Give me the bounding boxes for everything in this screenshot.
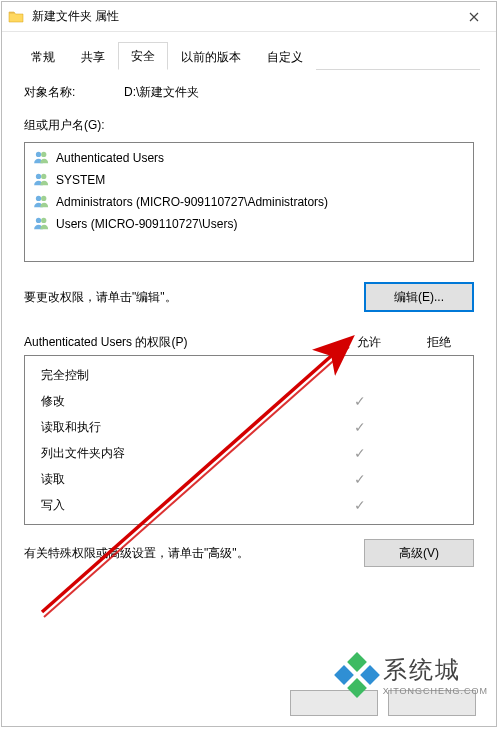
permission-name: 列出文件夹内容 <box>41 445 325 462</box>
svg-point-2 <box>36 174 41 179</box>
permission-row: 写入 <box>25 492 473 518</box>
svg-point-6 <box>36 218 41 223</box>
list-item-label: Administrators (MICRO-909110727\Administ… <box>56 195 328 209</box>
svg-point-1 <box>41 152 46 157</box>
svg-point-3 <box>41 174 46 179</box>
tab-customize[interactable]: 自定义 <box>254 43 316 70</box>
svg-point-4 <box>36 196 41 201</box>
permissions-list: 完全控制 修改 读取和执行 列出文件夹内容 <box>24 355 474 525</box>
permission-row: 列出文件夹内容 <box>25 440 473 466</box>
permission-allow <box>325 471 395 487</box>
permission-name: 读取和执行 <box>41 419 325 436</box>
security-tab-page: 对象名称: D:\新建文件夹 组或用户名(G): Authenticated U… <box>18 70 480 567</box>
users-icon <box>33 150 51 166</box>
object-name-label: 对象名称: <box>24 84 124 101</box>
permission-name: 读取 <box>41 471 325 488</box>
permission-allow <box>325 445 395 461</box>
permission-row: 修改 <box>25 388 473 414</box>
client-area: 常规 共享 安全 以前的版本 自定义 对象名称: D:\新建文件夹 组或用户名(… <box>2 32 496 575</box>
edit-row: 要更改权限，请单击"编辑"。 编辑(E)... <box>24 282 474 312</box>
permission-row: 读取 <box>25 466 473 492</box>
list-item[interactable]: Authenticated Users <box>33 147 465 169</box>
list-item[interactable]: Administrators (MICRO-909110727\Administ… <box>33 191 465 213</box>
svg-point-7 <box>41 218 46 223</box>
group-users-label: 组或用户名(G): <box>24 117 474 134</box>
permission-allow <box>325 393 395 409</box>
tab-general[interactable]: 常规 <box>18 43 68 70</box>
advanced-row: 有关特殊权限或高级设置，请单击"高级"。 高级(V) <box>24 539 474 567</box>
permission-name: 完全控制 <box>41 367 325 384</box>
permission-name: 修改 <box>41 393 325 410</box>
list-item-label: Authenticated Users <box>56 151 164 165</box>
window-title: 新建文件夹 属性 <box>32 8 119 25</box>
folder-icon <box>8 9 24 25</box>
group-users-list[interactable]: Authenticated Users SYSTEM Administrator… <box>24 142 474 262</box>
advanced-hint: 有关特殊权限或高级设置，请单击"高级"。 <box>24 545 249 562</box>
cancel-button[interactable] <box>388 690 476 716</box>
list-item-label: Users (MICRO-909110727\Users) <box>56 217 237 231</box>
users-icon <box>33 172 51 188</box>
edit-button[interactable]: 编辑(E)... <box>364 282 474 312</box>
list-item[interactable]: SYSTEM <box>33 169 465 191</box>
permission-name: 写入 <box>41 497 325 514</box>
advanced-button[interactable]: 高级(V) <box>364 539 474 567</box>
tab-security[interactable]: 安全 <box>118 42 168 70</box>
watermark-logo-icon <box>337 655 377 695</box>
properties-window: 新建文件夹 属性 常规 共享 安全 以前的版本 自定义 对象名称: D:\新建文… <box>1 1 497 727</box>
column-allow: 允许 <box>334 334 404 351</box>
permission-allow <box>325 497 395 513</box>
svg-point-0 <box>36 152 41 157</box>
list-item[interactable]: Users (MICRO-909110727\Users) <box>33 213 465 235</box>
permission-row: 完全控制 <box>25 362 473 388</box>
users-icon <box>33 194 51 210</box>
permissions-title: Authenticated Users 的权限(P) <box>24 334 334 351</box>
tab-strip: 常规 共享 安全 以前的版本 自定义 <box>18 42 480 70</box>
permissions-header: Authenticated Users 的权限(P) 允许 拒绝 <box>24 334 474 351</box>
edit-hint: 要更改权限，请单击"编辑"。 <box>24 289 177 306</box>
object-name-value: D:\新建文件夹 <box>124 84 199 101</box>
object-name-row: 对象名称: D:\新建文件夹 <box>24 84 474 101</box>
column-deny: 拒绝 <box>404 334 474 351</box>
close-button[interactable] <box>452 2 496 32</box>
svg-point-5 <box>41 196 46 201</box>
tab-previous-versions[interactable]: 以前的版本 <box>168 43 254 70</box>
permission-allow <box>325 419 395 435</box>
dialog-buttons <box>290 690 476 716</box>
tab-sharing[interactable]: 共享 <box>68 43 118 70</box>
ok-button[interactable] <box>290 690 378 716</box>
list-item-label: SYSTEM <box>56 173 105 187</box>
permission-row: 读取和执行 <box>25 414 473 440</box>
users-icon <box>33 216 51 232</box>
title-bar: 新建文件夹 属性 <box>2 2 496 32</box>
